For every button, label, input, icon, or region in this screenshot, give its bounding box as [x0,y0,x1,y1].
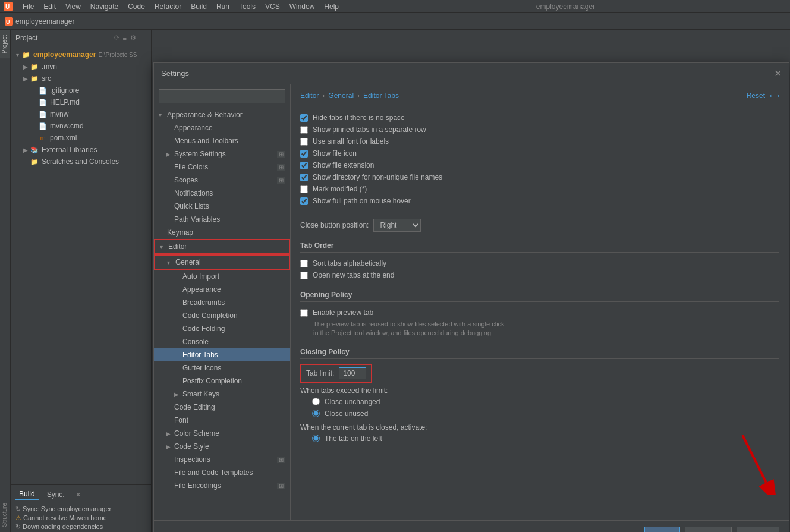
nav-code-style[interactable]: ▶ Code Style [154,440,290,453]
checkbox-show-file-icon-input[interactable] [300,150,308,158]
menu-file[interactable]: File [18,1,39,12]
back-button[interactable]: ‹ [770,92,772,100]
nav-keymap[interactable]: Keymap [154,226,290,239]
nav-path-variables[interactable]: Path Variables [154,213,290,226]
forward-button[interactable]: › [777,92,779,100]
nav-file-code-templates[interactable]: File and Code Templates [154,466,290,479]
dialog-title-bar: Settings ✕ [154,63,789,84]
nav-notifications[interactable]: Notifications [154,187,290,200]
menu-navigate[interactable]: Navigate [86,1,123,12]
checkbox-mark-modified-input[interactable] [300,185,308,193]
nav-editor[interactable]: ▾ Editor [154,239,290,254]
side-tab-structure[interactable]: Structure [0,498,10,532]
when-exceed-label-row: When tabs exceed the limit: [300,383,779,396]
menu-refactor[interactable]: Refactor [150,1,186,12]
checkbox-hide-tabs-input[interactable] [300,114,308,122]
nav-postfix-completion[interactable]: Postfix Completion [154,374,290,388]
checkbox-pinned-tabs-input[interactable] [300,126,308,134]
checkbox-show-directory-input[interactable] [300,174,308,181]
tree-item-gitignore[interactable]: 📄 .gitignore [11,84,151,96]
menu-view[interactable]: View [61,1,86,12]
project-sync-icon[interactable]: ⟳ [114,34,119,42]
nav-label-code-style: Code Style [174,442,209,451]
checkbox-full-path-input[interactable] [300,197,308,205]
menu-help[interactable]: Help [319,1,344,12]
tree-item-mvnw[interactable]: 📄 mvnw [11,108,151,120]
build-tab-close[interactable]: ✕ [75,491,81,499]
nav-file-colors[interactable]: File Colors ⊞ [154,160,290,174]
nav-code-editing[interactable]: Code Editing [154,401,290,414]
nav-breadcrumbs[interactable]: Breadcrumbs [154,296,290,309]
checkbox-show-file-ext: Show file extension [300,159,779,171]
nav-gutter-icons[interactable]: Gutter Icons [154,361,290,374]
project-settings-icon[interactable]: ⚙ [130,34,136,42]
nav-label-postfix-completion: Postfix Completion [182,377,242,385]
top-checkboxes-section: Hide tabs if there is no space Show pinn… [300,112,779,207]
tree-item-ext-libs[interactable]: ▶ 📚 External Libraries [11,144,151,156]
nav-system-settings[interactable]: ▶ System Settings ⊞ [154,147,290,160]
nav-font[interactable]: Font [154,414,290,427]
nav-label-code-editing: Code Editing [174,403,215,411]
nav-scopes[interactable]: Scopes ⊞ [154,174,290,187]
tab-limit-input[interactable] [339,367,366,379]
checkbox-sort-alpha-input[interactable] [300,260,308,267]
tree-item-src[interactable]: ▶ 📁 src [11,73,151,84]
nav-appearance-behavior[interactable]: ▾ Appearance & Behavior [154,108,290,121]
nav-menus-toolbars[interactable]: Menus and Toolbars [154,134,290,147]
radio-close-unused-input[interactable] [312,410,320,417]
nav-label-smart-keys: Smart Keys [182,390,219,398]
nav-code-completion[interactable]: Code Completion [154,309,290,322]
menu-window[interactable]: Window [285,1,320,12]
tree-item-help[interactable]: 📄 HELP.md [11,96,151,108]
project-close-icon[interactable]: — [140,34,146,42]
checkbox-small-font-input[interactable] [300,138,308,146]
nav-file-encodings[interactable]: File Encodings ⊞ [154,479,290,492]
nav-appearance[interactable]: Appearance [154,121,290,134]
nav-smart-keys[interactable]: ▶ Smart Keys [154,388,290,401]
menu-code[interactable]: Code [123,1,150,12]
nav-label-code-folding: Code Folding [182,325,225,333]
build-tab[interactable]: Build [15,489,39,500]
nav-label-menus: Menus and Toolbars [174,137,238,145]
nav-inspections[interactable]: Inspections ⊞ [154,453,290,466]
menu-run[interactable]: Run [212,1,234,12]
project-panel-header: Project ⟳ ≡ ⚙ — [11,30,151,46]
tree-item-mvnwcmd[interactable]: 📄 mvnw.cmd [11,120,151,132]
nav-label-color-scheme: Color Scheme [174,429,219,437]
sync-tab[interactable]: Sync. [43,489,68,500]
nav-arrow-color-scheme: ▶ [166,430,174,437]
tree-item-scratches[interactable]: 📁 Scratches and Consoles [11,156,151,168]
ok-button[interactable]: OK [644,527,679,532]
radio-close-unchanged-input[interactable] [312,398,320,405]
breadcrumb-editor-tabs[interactable]: Editor Tabs [363,92,399,100]
tree-item-pom[interactable]: m pom.xml [11,132,151,144]
nav-console[interactable]: Console [154,335,290,348]
tree-item-mvn[interactable]: ▶ 📁 .mvn [11,61,151,73]
nav-color-scheme[interactable]: ▶ Color Scheme [154,427,290,440]
checkbox-preview-tab-input[interactable] [300,309,308,317]
menu-build[interactable]: Build [186,1,212,12]
breadcrumb-general[interactable]: General [328,92,354,100]
nav-auto-import[interactable]: Auto Import [154,270,290,283]
breadcrumb-editor[interactable]: Editor [300,92,319,100]
nav-editor-tabs[interactable]: Editor Tabs [154,348,290,361]
radio-tab-left-input[interactable] [312,435,320,442]
menu-tools[interactable]: Tools [234,1,260,12]
side-tab-project[interactable]: Project [0,30,10,58]
apply-button[interactable]: Apply [737,527,779,532]
checkbox-show-file-ext-input[interactable] [300,162,308,169]
nav-general[interactable]: ▾ General [154,254,290,270]
close-button-position-select[interactable]: Left Right None [373,219,421,232]
tree-item-root[interactable]: ▾ 📁 employeemanager E:\Proiecte SS [11,49,151,61]
cancel-button[interactable]: Cancel [685,527,732,532]
reset-button[interactable]: Reset [747,92,765,100]
project-collapse-icon[interactable]: ≡ [123,34,127,42]
settings-search-input[interactable] [159,89,285,103]
checkbox-open-end-input[interactable] [300,272,308,279]
nav-code-folding[interactable]: Code Folding [154,322,290,335]
nav-appearance-editor[interactable]: Appearance [154,283,290,296]
menu-vcs[interactable]: VCS [260,1,285,12]
nav-quick-lists[interactable]: Quick Lists [154,200,290,213]
dialog-close-button[interactable]: ✕ [774,68,782,79]
menu-edit[interactable]: Edit [39,1,61,12]
